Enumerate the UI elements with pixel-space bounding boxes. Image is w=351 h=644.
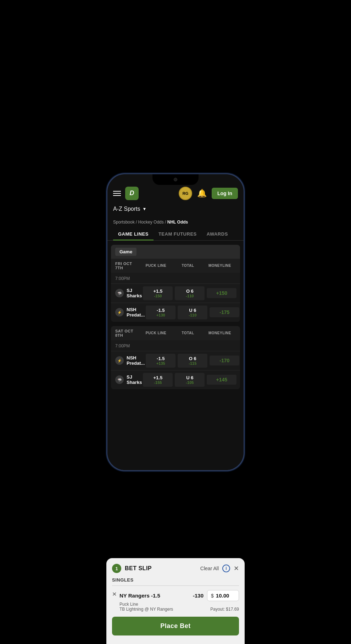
date-row-sat: SAT OCT 8TH PUCK LINE TOTAL MONEYLINE: [111, 326, 240, 340]
moneyline-sj2[interactable]: +145: [207, 375, 236, 385]
col-puck-line-1: PUCK LINE: [140, 264, 172, 268]
time-label-sat: 7:00PM: [115, 343, 130, 348]
puck-line-nsh1[interactable]: -1.5 +130: [146, 306, 176, 319]
moneyline-nsh2[interactable]: -170: [210, 356, 239, 365]
col-puck-line-2: PUCK LINE: [140, 331, 172, 335]
table-row: 🦈 SJ Sharks +1.5 -155 U 6 -105 +145: [111, 370, 240, 389]
date-label-fri: FRI OCT 7TH: [115, 262, 140, 270]
time-row-fri: 7:00PM: [111, 273, 240, 284]
chevron-down-icon: ▼: [142, 207, 146, 211]
sports-nav[interactable]: A-Z Sports ▼: [107, 204, 244, 216]
hamburger-menu-icon[interactable]: [113, 191, 121, 196]
phone-screen: D RG 🔔 Log In A-Z Sports ▼ Sportsbook: [107, 174, 244, 470]
time-label-fri: 7:00PM: [115, 276, 130, 281]
date-row-fri: FRI OCT 7TH PUCK LINE TOTAL MONEYLINE: [111, 259, 240, 273]
header-right: RG 🔔 Log In: [179, 187, 238, 200]
total-nsh1[interactable]: U 6 -110: [178, 306, 207, 319]
notch: [152, 174, 199, 185]
table-row: ⚡ NSH Predat... -1.5 +135 O 6 -115 -170: [111, 351, 240, 370]
col-moneyline-1: MONEYLINE: [204, 264, 236, 268]
table-row: 🦈 SJ Sharks +1.5 -150 O 6 -110 +150: [111, 284, 240, 303]
draftkings-logo[interactable]: D: [125, 187, 139, 200]
col-total-2: TOTAL: [172, 331, 204, 335]
game-table: Game FRI OCT 7TH PUCK LINE TOTAL MONEYLI…: [111, 245, 240, 322]
sj-sharks-icon: 🦈: [115, 289, 124, 297]
puck-line-sj2[interactable]: +1.5 -155: [143, 373, 173, 387]
nsh-predators-icon: ⚡: [115, 308, 124, 317]
team-info-sj2: 🦈 SJ Sharks: [115, 374, 142, 385]
sports-nav-label: A-Z Sports: [113, 206, 140, 212]
breadcrumb: Sportsbook / Hockey Odds / NHL Odds: [107, 216, 244, 228]
puck-line-nsh2[interactable]: -1.5 +135: [146, 354, 176, 368]
game-header: Game: [111, 245, 240, 259]
team-info-sj1: 🦈 SJ Sharks: [115, 288, 142, 298]
moneyline-sj1[interactable]: +150: [207, 288, 236, 298]
moneyline-nsh1[interactable]: -175: [210, 307, 239, 317]
total-sj2[interactable]: U 6 -105: [175, 373, 205, 387]
tab-game-lines[interactable]: GAME LINES: [113, 228, 154, 240]
team-name-sj1: SJ Sharks: [127, 288, 142, 298]
team-name-nsh2: NSH Predat...: [127, 355, 145, 366]
tabs-container: GAME LINES TEAM FUTURES AWARDS: [107, 228, 244, 241]
login-button[interactable]: Log In: [212, 188, 238, 199]
bell-icon[interactable]: 🔔: [197, 189, 207, 198]
col-moneyline-2: MONEYLINE: [204, 331, 236, 335]
team-name-sj2: SJ Sharks: [127, 374, 142, 385]
team-info-nsh2: ⚡ NSH Predat...: [115, 355, 145, 366]
screen-content: D RG 🔔 Log In A-Z Sports ▼ Sportsbook: [107, 174, 244, 470]
sj-sharks-icon-2: 🦈: [115, 375, 124, 384]
team-name-nsh1: NSH Predat...: [127, 307, 145, 318]
game-table-2: SAT OCT 8TH PUCK LINE TOTAL MONEYLINE 7:…: [111, 326, 240, 389]
breadcrumb-text: Sportsbook / Hockey Odds / NHL Odds: [113, 220, 188, 225]
total-sj1[interactable]: O 6 -110: [175, 286, 205, 300]
col-total-1: TOTAL: [172, 264, 204, 268]
team-info-nsh1: ⚡ NSH Predat...: [115, 307, 145, 318]
nsh-predators-icon-2: ⚡: [115, 356, 124, 365]
time-row-sat: 7:00PM: [111, 340, 240, 351]
total-nsh2[interactable]: O 6 -115: [178, 354, 207, 368]
rg-badge[interactable]: RG: [179, 187, 192, 200]
game-label: Game: [115, 248, 136, 256]
date-label-sat: SAT OCT 8TH: [115, 329, 140, 337]
phone-frame: D RG 🔔 Log In A-Z Sports ▼ Sportsbook: [106, 173, 245, 471]
table-row: ⚡ NSH Predat... -1.5 +130 U 6 -110 -175: [111, 303, 240, 322]
notch-camera: [174, 178, 177, 181]
tab-awards[interactable]: AWARDS: [202, 228, 233, 240]
tab-team-futures[interactable]: TEAM FUTURES: [154, 228, 202, 240]
puck-line-sj1[interactable]: +1.5 -150: [143, 286, 173, 300]
